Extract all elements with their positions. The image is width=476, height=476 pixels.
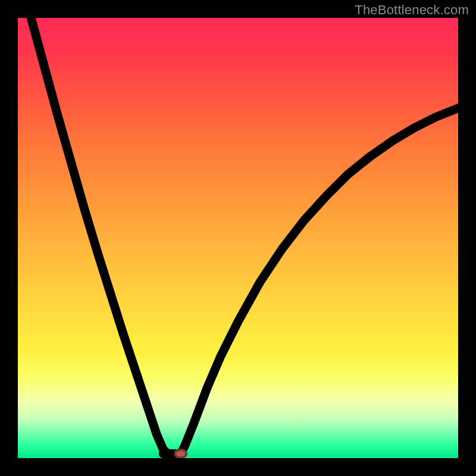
watermark-text: TheBottleneck.com [355,2,469,18]
plot-area [18,18,458,458]
min-marker [175,450,186,458]
chart-frame: TheBottleneck.com [0,0,476,476]
curve-right [181,108,458,454]
curve-left [31,18,172,454]
plot-svg [18,18,458,458]
